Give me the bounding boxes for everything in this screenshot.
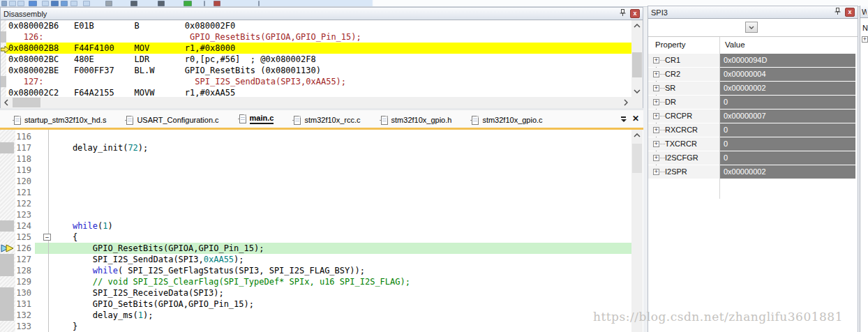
register-value[interactable]: 0x00000002 bbox=[720, 82, 855, 95]
editor-margin[interactable] bbox=[0, 142, 15, 153]
toolbar-icon[interactable] bbox=[51, 1, 59, 6]
tab-list-dropdown-icon[interactable] bbox=[620, 116, 627, 123]
line-number[interactable]: 131 bbox=[15, 299, 33, 310]
editor-line[interactable]: 128 while( SPI_I2S_GetFlagStatus(SPI3, S… bbox=[0, 265, 631, 276]
editor-margin[interactable] bbox=[0, 165, 15, 176]
editor-margin[interactable] bbox=[0, 321, 15, 332]
disassembly-row[interactable]: 0x080002BC 480E LDR r0,[pc,#56] ; @0x080… bbox=[1, 54, 643, 65]
close-icon[interactable]: x bbox=[845, 8, 855, 17]
toolbar-icon[interactable] bbox=[105, 1, 112, 6]
register-value[interactable]: 0x00000002 bbox=[720, 165, 855, 179]
editor-line[interactable]: 117 delay_init(72); bbox=[0, 142, 631, 153]
tab-stm32f10x_gpio.c[interactable]: stm32f10x_gpio.c bbox=[463, 114, 551, 128]
line-number[interactable]: 119 bbox=[15, 165, 33, 176]
toolbar-icon[interactable] bbox=[204, 1, 205, 6]
disassembly-row[interactable]: 0x080002C2 F64A2155 MOVW r1,#0xAA55 bbox=[1, 87, 643, 97]
expand-icon[interactable]: + bbox=[653, 141, 659, 147]
line-number[interactable]: 129 bbox=[15, 276, 33, 287]
disassembly-horizontal-scrollbar[interactable] bbox=[1, 97, 643, 108]
register-row[interactable]: +CR20x00000004 bbox=[648, 68, 858, 82]
line-number[interactable]: 121 bbox=[15, 187, 33, 198]
editor-margin[interactable] bbox=[0, 232, 15, 243]
close-icon[interactable]: x bbox=[630, 9, 640, 18]
line-number[interactable]: 120 bbox=[15, 176, 33, 187]
line-number[interactable]: 122 bbox=[15, 198, 33, 209]
toolbar-icon[interactable] bbox=[70, 1, 77, 6]
register-row[interactable]: +TXCRCR0 bbox=[648, 137, 858, 151]
expand-icon[interactable]: + bbox=[862, 36, 868, 43]
line-number[interactable]: 133 bbox=[15, 321, 33, 332]
register-value[interactable]: 0x0000094D bbox=[720, 54, 855, 67]
editor-line[interactable]: 116 bbox=[0, 131, 631, 142]
expand-icon[interactable]: + bbox=[653, 99, 659, 105]
disassembly-row[interactable]: 127: SPI_I2S_SendData(SPI3,0xAA55); bbox=[1, 76, 643, 87]
disassembly-margin[interactable] bbox=[1, 20, 6, 97]
line-number[interactable]: 118 bbox=[15, 153, 33, 165]
tab-stm32f10x_rcc.c[interactable]: stm32f10x_rcc.c bbox=[285, 114, 369, 128]
tab-USART_Configuration.c[interactable]: USART_Configuration.c bbox=[117, 114, 227, 128]
line-number[interactable]: 132 bbox=[15, 310, 33, 321]
editor-line[interactable]: 120 bbox=[0, 176, 631, 187]
editor-margin[interactable] bbox=[0, 243, 15, 254]
disassembly-vertical-scrollbar[interactable] bbox=[631, 20, 643, 97]
editor-margin[interactable] bbox=[0, 209, 15, 220]
line-number[interactable]: 123 bbox=[15, 209, 33, 220]
line-number[interactable]: 128 bbox=[15, 265, 33, 276]
register-value[interactable]: 0 bbox=[720, 123, 855, 137]
toolbar-icon[interactable] bbox=[214, 1, 220, 6]
editor-margin[interactable] bbox=[0, 287, 15, 299]
toolbar-icon[interactable] bbox=[130, 1, 137, 6]
expand-icon[interactable]: + bbox=[653, 113, 659, 119]
editor-line[interactable]: 119 bbox=[0, 165, 631, 176]
line-number[interactable]: 124 bbox=[15, 220, 33, 232]
expand-icon[interactable]: + bbox=[653, 127, 659, 133]
toolbar-icon[interactable] bbox=[158, 1, 165, 6]
editor-line[interactable]: 133 } bbox=[0, 321, 631, 332]
tab-stm32f10x_gpio.h[interactable]: stm32f10x_gpio.h bbox=[372, 114, 461, 128]
register-row[interactable]: +CR10x0000094D bbox=[648, 54, 858, 68]
editor-margin[interactable] bbox=[0, 176, 15, 187]
register-row[interactable]: +DR0 bbox=[648, 96, 858, 110]
editor-line[interactable]: 132 delay_ms(1); bbox=[0, 310, 631, 321]
editor-margin[interactable] bbox=[0, 310, 15, 321]
toolbar-icon[interactable] bbox=[61, 1, 68, 6]
line-number[interactable]: 130 bbox=[15, 287, 33, 299]
toolbar-icon[interactable] bbox=[17, 1, 24, 6]
disassembly-row[interactable]: 0x080002B6 E01B B 0x080002F0 bbox=[1, 20, 643, 31]
line-number[interactable]: 127 bbox=[15, 254, 33, 265]
toolbar-icon[interactable] bbox=[83, 1, 90, 6]
toolbar-icon[interactable] bbox=[184, 1, 192, 6]
expand-icon[interactable]: + bbox=[653, 71, 659, 77]
register-row[interactable]: +RXCRCR0 bbox=[648, 123, 858, 137]
editor-margin[interactable] bbox=[0, 276, 15, 287]
register-row[interactable]: +SR0x00000002 bbox=[648, 82, 858, 96]
editor-margin[interactable] bbox=[0, 299, 15, 310]
disassembly-row[interactable]: 0x080002BE F000FF37 BL.W GPIO_ResetBits … bbox=[1, 65, 643, 76]
toolbar-icon[interactable] bbox=[29, 1, 37, 6]
pin-icon[interactable] bbox=[835, 8, 841, 17]
code-editor[interactable]: 116117 delay_init(72);118119120121122123… bbox=[0, 130, 643, 332]
line-number[interactable]: 116 bbox=[15, 131, 33, 142]
scroll-up-icon[interactable] bbox=[631, 130, 643, 141]
tab-main.c[interactable]: main.c bbox=[230, 111, 283, 128]
editor-margin[interactable] bbox=[0, 198, 15, 209]
line-number[interactable]: 117 bbox=[15, 142, 33, 153]
scroll-down-icon[interactable] bbox=[631, 86, 643, 97]
expand-icon[interactable]: + bbox=[653, 169, 659, 175]
pin-icon[interactable] bbox=[620, 9, 626, 18]
expand-icon[interactable]: + bbox=[653, 155, 659, 161]
editor-margin[interactable] bbox=[0, 153, 15, 165]
editor-line[interactable]: 121 bbox=[0, 187, 631, 198]
scroll-up-icon[interactable] bbox=[631, 20, 643, 31]
editor-margin[interactable] bbox=[0, 131, 15, 142]
editor-line[interactable]: 126 GPIO_ResetBits(GPIOA,GPIO_Pin_15); bbox=[0, 243, 631, 254]
line-number[interactable]: 125 bbox=[15, 232, 33, 243]
scrollbar-thumb[interactable] bbox=[632, 52, 642, 77]
editor-line[interactable]: 122 bbox=[0, 198, 631, 209]
line-number[interactable]: 126 bbox=[15, 243, 33, 254]
toolbar-icon[interactable] bbox=[1, 1, 7, 6]
editor-line[interactable]: 125− { bbox=[0, 232, 631, 243]
editor-vertical-scrollbar[interactable] bbox=[631, 130, 643, 332]
scroll-right-icon[interactable] bbox=[620, 97, 631, 108]
register-value[interactable]: 0x00000007 bbox=[720, 110, 855, 123]
